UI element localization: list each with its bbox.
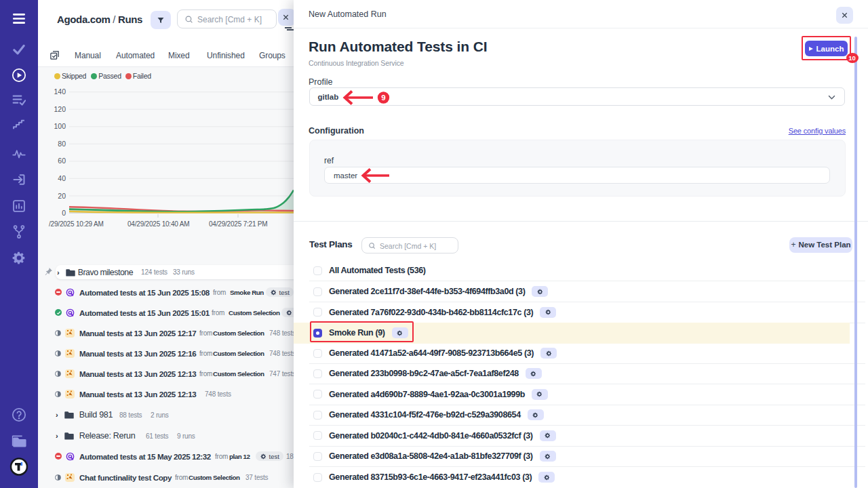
svg-text:20: 20 xyxy=(58,192,66,200)
svg-text:04/29/2025 10:40 AM: 04/29/2025 10:40 AM xyxy=(127,220,189,228)
svg-text:/29/2025 10:29 AM: /29/2025 10:29 AM xyxy=(49,220,104,228)
svg-text:0: 0 xyxy=(62,209,66,217)
svg-text:40: 40 xyxy=(58,174,66,182)
svg-text:120: 120 xyxy=(54,105,66,113)
svg-text:04/29/2025 7:21 PM: 04/29/2025 7:21 PM xyxy=(209,220,267,228)
svg-text:60: 60 xyxy=(58,157,66,165)
svg-text:100: 100 xyxy=(54,122,66,130)
svg-text:80: 80 xyxy=(58,140,66,148)
svg-text:9: 9 xyxy=(381,94,385,102)
svg-text:140: 140 xyxy=(54,87,66,96)
